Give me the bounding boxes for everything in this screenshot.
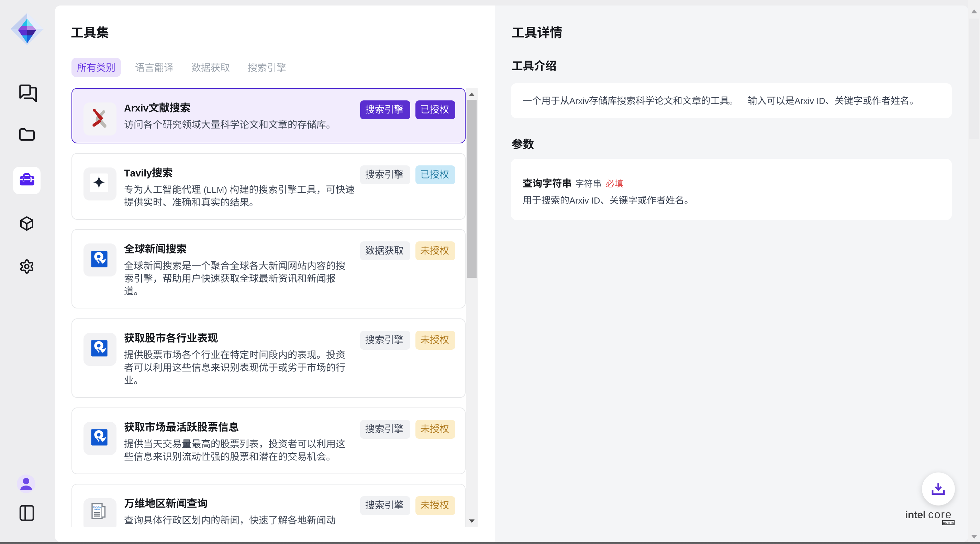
svg-text:LOCAL: LOCAL	[93, 506, 101, 508]
svg-text:NEW: NEW	[94, 508, 100, 510]
